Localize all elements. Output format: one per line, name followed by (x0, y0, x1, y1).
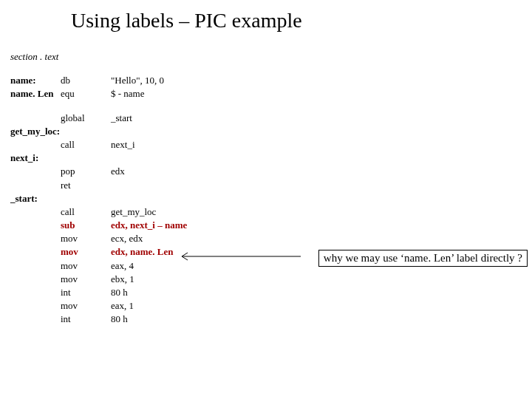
slide-title: Using labels – PIC example (0, 0, 532, 37)
mnemonic-col: mov (61, 259, 111, 273)
operand-col: ecx, edx (111, 232, 532, 245)
section-directive: section . text (10, 50, 532, 64)
code-row: int80 h (10, 286, 532, 299)
operand-col: get_my_loc (111, 205, 532, 219)
mnemonic-col: int (61, 313, 111, 326)
mnemonic-col: ret (61, 179, 111, 192)
operand-col: edx (111, 165, 532, 178)
mnemonic-col: mov (61, 245, 111, 259)
code-block: section . text name:db"Hello", 10, 0name… (0, 37, 532, 327)
code-row: movebx, 1 (10, 273, 532, 286)
operand-col: _start (111, 112, 532, 125)
mnemonic-col: pop (61, 165, 111, 178)
code-row: subedx, next_i – name (10, 219, 532, 232)
mnemonic-col: int (61, 286, 111, 299)
operand-col: edx, next_i – name (111, 219, 532, 232)
section-text: section . text (10, 50, 58, 64)
code-row: name. Lenequ$ - name (10, 87, 532, 100)
operand-col: 80 h (111, 286, 532, 299)
mnemonic-col: call (61, 205, 111, 219)
mnemonic-col: call (61, 138, 111, 151)
code-row: int80 h (10, 313, 532, 326)
annotation-text: why we may use ‘name. Len’ label directl… (318, 250, 528, 267)
operand-col: $ - name (111, 87, 532, 100)
mnemonic-col: mov (61, 299, 111, 313)
label-col: _start: (10, 192, 61, 205)
label-col: name: (10, 74, 61, 87)
mnemonic-col: sub (61, 219, 111, 232)
code-row: name:db"Hello", 10, 0 (10, 74, 532, 87)
mnemonic-col: global (61, 112, 111, 125)
label-col: get_my_loc: (10, 125, 61, 138)
mnemonic-col: db (61, 74, 111, 87)
operand-col: ebx, 1 (111, 273, 532, 286)
code-row: callnext_i (10, 138, 532, 151)
mnemonic-col: mov (61, 273, 111, 286)
operand-col: 80 h (111, 313, 532, 326)
code-row: movecx, edx (10, 232, 532, 245)
code-row: popedx (10, 165, 532, 178)
code-row: next_i: (10, 151, 532, 165)
mnemonic-col: equ (61, 87, 111, 100)
code-row: moveax, 1 (10, 299, 532, 313)
operand-col: eax, 1 (111, 299, 532, 313)
label-col: next_i: (10, 151, 61, 165)
code-row: ret (10, 179, 532, 192)
code-row: callget_my_loc (10, 205, 532, 219)
operand-col: "Hello", 10, 0 (111, 74, 532, 87)
operand-col: next_i (111, 138, 532, 151)
code-row: global_start (10, 112, 532, 125)
label-col: name. Len (10, 87, 61, 100)
code-row: _start: (10, 192, 532, 205)
code-row: get_my_loc: (10, 125, 532, 138)
mnemonic-col: mov (61, 232, 111, 245)
